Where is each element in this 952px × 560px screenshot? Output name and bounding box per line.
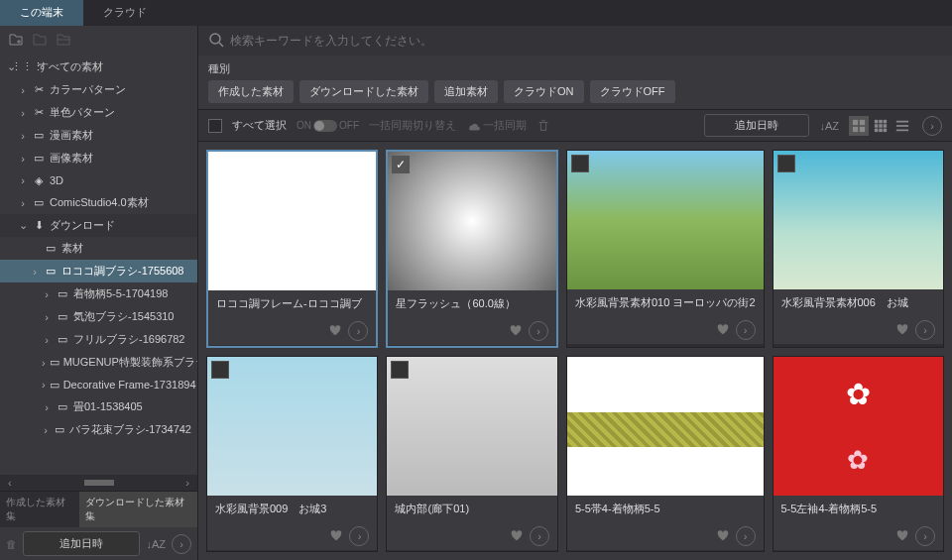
filter-chip[interactable]: 追加素材 xyxy=(434,80,498,103)
folder-icon: ▭ xyxy=(32,152,46,166)
card-checkbox[interactable] xyxy=(211,361,229,379)
favorite-icon[interactable] xyxy=(895,528,909,544)
tree-item[interactable]: ›▭Decorative Frame-1731894 xyxy=(0,374,197,395)
detail-icon[interactable]: › xyxy=(348,321,368,341)
filter-chip[interactable]: クラウドON xyxy=(504,80,584,103)
trash-icon[interactable] xyxy=(536,119,550,133)
scissors-icon: ✂ xyxy=(32,106,46,120)
svg-rect-13 xyxy=(884,128,888,132)
sort-dropdown[interactable]: 追加日時 xyxy=(704,114,809,137)
tree-item[interactable]: ›▭画像素材 xyxy=(0,147,197,169)
sync-on-toggle[interactable]: ONOFF xyxy=(297,120,359,132)
tree-item-selected[interactable]: ›▭ロココ調ブラシ-1755608 xyxy=(0,260,197,282)
card-checkbox[interactable] xyxy=(777,155,795,172)
material-card[interactable]: 水彩風背景素材010 ヨーロッパの街2 › xyxy=(566,150,765,348)
tree-item[interactable]: ›▭着物柄5-5-1704198 xyxy=(0,282,197,305)
tree-item[interactable]: ›▭気泡ブラシ-1545310 xyxy=(0,305,197,328)
favorite-icon[interactable] xyxy=(510,528,524,544)
tree-label: フリルブラシ-1696782 xyxy=(73,332,185,347)
tree-root[interactable]: ⌄⋮⋮⋮すべての素材 xyxy=(0,56,197,78)
detail-icon[interactable]: › xyxy=(529,321,548,341)
tree-label: すべての素材 xyxy=(38,59,103,74)
filter-chip[interactable]: ダウンロードした素材 xyxy=(299,80,428,103)
material-card[interactable]: 5-5帯4-着物柄5-5 › xyxy=(566,356,765,552)
tree-item[interactable]: ›✂単色パターン xyxy=(0,101,197,124)
svg-rect-4 xyxy=(860,126,865,131)
tree-item[interactable]: ▭素材 xyxy=(0,237,197,260)
detail-icon[interactable]: › xyxy=(736,320,756,340)
source-tabs: この端末 クラウド xyxy=(0,0,952,26)
tab-local[interactable]: この端末 xyxy=(0,0,83,26)
scroll-left-icon[interactable]: ‹ xyxy=(4,477,16,489)
view-large-icon[interactable] xyxy=(849,116,869,136)
next-page-icon[interactable]: › xyxy=(922,116,942,136)
material-card[interactable]: 星フラッシュ（60.0線） › xyxy=(386,150,557,348)
filter-chip[interactable]: 作成した素材 xyxy=(208,80,294,103)
favorite-icon[interactable] xyxy=(716,528,730,544)
trash-icon[interactable]: 🗑 xyxy=(6,538,17,550)
tree-item[interactable]: ›▭ComicStudio4.0素材 xyxy=(0,191,197,214)
sort-az-icon[interactable]: ↓AZ xyxy=(819,120,839,132)
card-checkbox[interactable] xyxy=(571,155,589,172)
material-card[interactable]: 城内部(廊下01) › xyxy=(386,356,557,552)
detail-icon[interactable]: › xyxy=(349,526,369,546)
tab-cloud[interactable]: クラウド xyxy=(83,0,167,26)
favorite-icon[interactable] xyxy=(329,528,343,544)
detail-icon[interactable]: › xyxy=(915,526,935,546)
filter-chip[interactable]: クラウドOFF xyxy=(590,80,675,103)
tree-item[interactable]: ›◈3D xyxy=(0,169,197,191)
tree-item[interactable]: ›▭フリルブラシ-1696782 xyxy=(0,328,197,351)
card-checkbox[interactable] xyxy=(392,156,410,173)
tree-item[interactable]: ›▭畳01-1538405 xyxy=(0,395,197,418)
favorite-icon[interactable] xyxy=(895,322,909,338)
tree-item[interactable]: ›▭漫画素材 xyxy=(0,124,197,147)
sidebar-sort-button[interactable]: 追加日時 xyxy=(23,531,140,556)
tree-label: 漫画素材 xyxy=(50,128,93,143)
favorite-icon[interactable] xyxy=(328,323,342,339)
detail-icon[interactable]: › xyxy=(736,526,756,546)
select-all-checkbox[interactable] xyxy=(208,119,222,133)
tree-label: 画像素材 xyxy=(50,151,93,166)
folder-icon: ▭ xyxy=(56,310,69,324)
detail-icon[interactable]: › xyxy=(530,526,549,546)
tree-label: ダウンロード xyxy=(50,218,115,233)
new-folder-icon[interactable] xyxy=(8,32,24,50)
sidebar: ⌄⋮⋮⋮すべての素材 ›✂カラーパターン ›✂単色パターン ›▭漫画素材 ›▭画… xyxy=(0,26,198,560)
material-card[interactable]: ロココ調フレーム-ロココ調ブ › xyxy=(206,150,378,348)
collection-tab-created[interactable]: 作成した素材集 xyxy=(0,492,79,527)
material-card[interactable]: 水彩風背景009 お城3 › xyxy=(206,356,378,552)
material-card[interactable]: 水彩風背景素材006 お城 › xyxy=(773,150,944,348)
search-icon[interactable] xyxy=(208,32,224,50)
tree-label: ComicStudio4.0素材 xyxy=(50,195,149,210)
favorite-icon[interactable] xyxy=(509,323,523,339)
folder-open-icon[interactable] xyxy=(56,32,71,50)
search-input[interactable] xyxy=(230,34,942,48)
tree-item[interactable]: ›▭バラ花束ブラシ-1734742 xyxy=(0,418,197,441)
card-footer: › xyxy=(567,522,764,550)
card-title: 5-5左袖4-着物柄5-5 xyxy=(774,496,943,522)
view-list-icon[interactable] xyxy=(892,116,912,136)
cube-icon: ◈ xyxy=(32,173,46,187)
tree-item-download[interactable]: ⌄⬇ダウンロード xyxy=(0,214,197,237)
folder-icon[interactable] xyxy=(32,32,48,50)
sort-az-icon[interactable]: ↓AZ xyxy=(146,538,166,550)
select-all-label: すべて選択 xyxy=(232,118,287,133)
favorite-icon[interactable] xyxy=(716,322,730,338)
svg-rect-15 xyxy=(896,125,908,127)
svg-rect-14 xyxy=(896,120,908,122)
sidebar-bottom: 作成した素材集 ダウンロードした素材集 🗑 追加日時 ↓AZ › xyxy=(0,491,197,560)
tree-item[interactable]: ›✂カラーパターン xyxy=(0,78,197,101)
next-icon[interactable]: › xyxy=(172,534,191,554)
detail-icon[interactable]: › xyxy=(915,320,935,340)
material-card[interactable]: 5-5左袖4-着物柄5-5 › xyxy=(773,356,944,552)
collection-tab-downloaded[interactable]: ダウンロードした素材集 xyxy=(79,492,197,527)
horizontal-scroll[interactable]: ‹ › xyxy=(0,475,197,491)
scroll-thumb[interactable] xyxy=(84,480,114,486)
tree-label: ロココ調ブラシ-1755608 xyxy=(61,264,184,279)
card-checkbox[interactable] xyxy=(391,361,409,379)
view-grid-icon[interactable] xyxy=(871,116,891,136)
tree-item[interactable]: ›▭MUGENUP特製装飾系ブラシ xyxy=(0,351,197,374)
cloud-sync-icon[interactable]: 一括同期 xyxy=(466,118,527,133)
scroll-right-icon[interactable]: › xyxy=(181,477,193,489)
folder-icon: ▭ xyxy=(44,265,58,279)
